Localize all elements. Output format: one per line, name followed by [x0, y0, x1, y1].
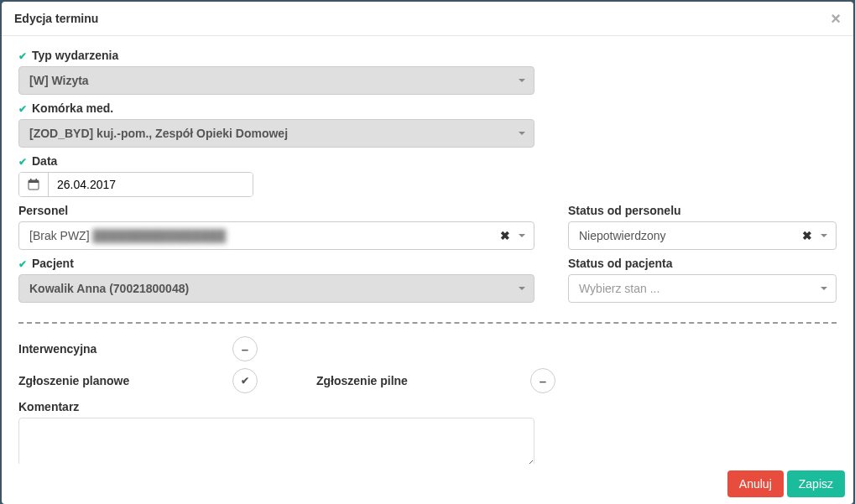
chevron-down-icon [821, 287, 827, 290]
report-row: Zgłoszenie planowe Zgłoszenie pilne [18, 368, 837, 393]
urgent-report-label: Zgłoszenie pilne [316, 374, 530, 387]
personnel-label: Personel [18, 204, 534, 217]
chevron-down-icon [519, 234, 525, 237]
chevron-down-icon [519, 132, 525, 135]
date-input[interactable] [49, 173, 253, 196]
status-patient-select[interactable]: Wybierz stan ... [568, 274, 837, 303]
modal-footer: Anuluj Zapisz [2, 464, 853, 504]
section-divider [18, 322, 837, 324]
event-type-select[interactable]: [W] Wizyta [18, 66, 534, 95]
planned-report-toggle[interactable] [232, 368, 258, 393]
edit-appointment-modal: Edycja terminu × Typ wydarzenia [W] Wizy… [2, 2, 853, 504]
modal-header: Edycja terminu × [2, 2, 853, 36]
clear-icon[interactable]: ✖ [802, 229, 812, 242]
comment-group: Komentarz [18, 400, 837, 464]
intervention-row: Interwencyjna [18, 336, 837, 361]
chevron-down-icon [821, 234, 827, 237]
date-input-wrapper [18, 172, 253, 197]
status-personnel-select[interactable]: Niepotwierdzony ✖ [568, 221, 837, 250]
cancel-button[interactable]: Anuluj [727, 470, 784, 497]
patient-label: Pacjent [18, 257, 534, 270]
event-type-group: Typ wydarzenia [W] Wizyta [18, 49, 837, 95]
check-icon [18, 101, 27, 115]
check-icon [18, 154, 27, 168]
urgent-report-toggle[interactable] [530, 368, 555, 393]
intervention-toggle[interactable] [232, 336, 258, 361]
event-type-label: Typ wydarzenia [18, 49, 837, 62]
save-button[interactable]: Zapisz [787, 470, 845, 497]
patient-select[interactable]: Kowalik Anna (70021800048) [18, 274, 534, 303]
status-patient-group: Status od pacjenta Wybierz stan ... [568, 257, 837, 303]
date-group: Data [18, 154, 837, 197]
personnel-group: Personel [Brak PWZ] ████████████████ ✖ [18, 204, 534, 250]
chevron-down-icon [519, 287, 525, 290]
chevron-down-icon [519, 79, 525, 82]
med-cell-label: Komórka med. [18, 101, 837, 115]
close-icon[interactable]: × [831, 10, 841, 27]
status-patient-label: Status od pacjenta [568, 257, 837, 270]
modal-title: Edycja terminu [14, 12, 98, 25]
intervention-label: Interwencyjna [18, 342, 232, 356]
status-personnel-label: Status od personelu [568, 204, 837, 217]
date-label: Data [18, 154, 837, 168]
svg-rect-2 [30, 179, 32, 181]
patient-group: Pacjent Kowalik Anna (70021800048) [18, 257, 534, 303]
calendar-icon[interactable] [19, 173, 49, 196]
status-personnel-group: Status od personelu Niepotwierdzony ✖ [568, 204, 837, 250]
med-cell-group: Komórka med. [ZOD_BYD] kuj.-pom., Zespół… [18, 101, 837, 148]
planned-report-label: Zgłoszenie planowe [18, 374, 232, 387]
svg-rect-1 [29, 180, 39, 183]
modal-body: Typ wydarzenia [W] Wizyta Komórka med. [… [2, 36, 853, 464]
svg-rect-3 [36, 179, 38, 181]
check-icon [18, 49, 27, 62]
med-cell-select[interactable]: [ZOD_BYD] kuj.-pom., Zespół Opieki Domow… [18, 119, 534, 148]
comment-textarea[interactable] [18, 418, 534, 464]
clear-icon[interactable]: ✖ [500, 229, 510, 242]
personnel-select[interactable]: [Brak PWZ] ████████████████ ✖ [18, 221, 534, 250]
check-icon [18, 257, 27, 270]
comment-label: Komentarz [18, 400, 837, 413]
